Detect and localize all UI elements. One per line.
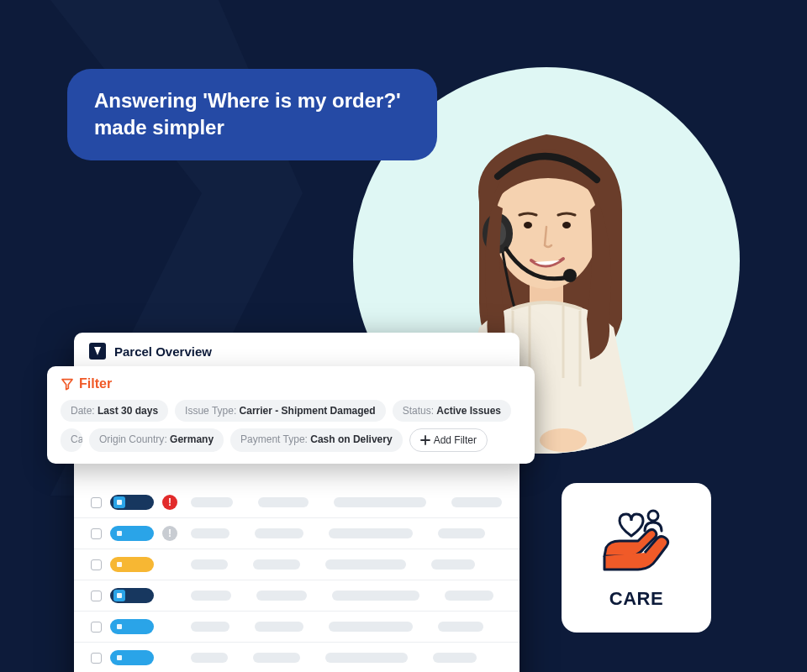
filter-icon bbox=[61, 377, 74, 391]
plus-icon bbox=[420, 435, 430, 445]
badge-icon bbox=[113, 652, 125, 664]
filter-chip[interactable]: Issue Type: Carrier - Shipment Damaged bbox=[175, 400, 386, 422]
svg-point-4 bbox=[524, 222, 532, 228]
skeleton-cell bbox=[191, 591, 231, 601]
badge-icon bbox=[113, 528, 125, 539]
svg-rect-17 bbox=[117, 655, 122, 660]
care-icon bbox=[594, 506, 678, 581]
headline-text: Answering 'Where is my order?' made simp… bbox=[94, 89, 401, 139]
svg-rect-12 bbox=[117, 500, 122, 505]
filter-chip[interactable]: Payment Type: Cash on Delivery bbox=[230, 428, 403, 452]
svg-marker-10 bbox=[94, 347, 101, 355]
svg-rect-13 bbox=[117, 531, 122, 536]
skeleton-cell bbox=[431, 559, 475, 570]
skeleton-cell bbox=[438, 622, 483, 632]
skeleton-cell bbox=[325, 653, 408, 663]
svg-rect-15 bbox=[117, 593, 122, 598]
skeleton-cell bbox=[445, 591, 493, 601]
skeleton-cell bbox=[329, 528, 413, 538]
parcel-overview-panel: Parcel Overview Filter Date: Last 30 day… bbox=[74, 333, 520, 672]
skeleton-cell bbox=[329, 622, 413, 632]
svg-point-9 bbox=[540, 428, 587, 452]
row-checkbox[interactable] bbox=[91, 528, 102, 539]
skeleton-cell bbox=[191, 622, 229, 632]
badge-icon bbox=[113, 590, 125, 601]
skeleton-cell bbox=[191, 653, 228, 663]
skeleton-cell bbox=[256, 591, 307, 601]
row-checkbox[interactable] bbox=[91, 497, 102, 508]
skeleton-cell bbox=[253, 653, 300, 663]
panel-header: Parcel Overview bbox=[74, 333, 520, 368]
skeleton-cell bbox=[191, 528, 229, 538]
filter-chip[interactable]: Status: Active Issues bbox=[393, 400, 511, 422]
table-row[interactable]: ! bbox=[74, 517, 520, 549]
svg-rect-16 bbox=[117, 624, 122, 629]
alert-muted-icon: ! bbox=[162, 526, 177, 541]
headline-pill: Answering 'Where is my order?' made simp… bbox=[67, 69, 437, 160]
skeleton-cell bbox=[438, 528, 485, 538]
row-checkbox[interactable] bbox=[91, 591, 102, 601]
skeleton-cell bbox=[253, 559, 300, 570]
badge-icon bbox=[113, 621, 125, 633]
filter-chip[interactable]: Origin Country: Germany bbox=[89, 428, 224, 452]
skeleton-cell bbox=[255, 622, 303, 632]
skeleton-cell bbox=[334, 497, 426, 507]
skeleton-cell bbox=[451, 497, 502, 507]
svg-point-8 bbox=[563, 269, 577, 282]
svg-point-19 bbox=[648, 511, 658, 521]
table-row[interactable]: ! bbox=[74, 487, 520, 517]
filter-heading: Filter bbox=[61, 376, 521, 391]
svg-point-5 bbox=[562, 222, 571, 228]
skeleton-cell bbox=[258, 497, 309, 507]
svg-rect-14 bbox=[117, 562, 122, 567]
panel-logo-icon bbox=[89, 343, 106, 360]
skeleton-cell bbox=[332, 591, 419, 601]
badge-icon bbox=[113, 496, 125, 508]
svg-marker-11 bbox=[62, 380, 72, 390]
add-filter-label: Add Filter bbox=[434, 434, 477, 446]
table-row[interactable] bbox=[74, 642, 520, 672]
skeleton-cell bbox=[433, 653, 477, 663]
status-badge bbox=[110, 619, 154, 634]
skeleton-cell bbox=[191, 559, 228, 570]
row-checkbox[interactable] bbox=[91, 622, 102, 633]
alert-danger-icon: ! bbox=[162, 495, 177, 510]
row-checkbox[interactable] bbox=[91, 559, 102, 570]
status-badge bbox=[110, 495, 154, 510]
status-badge bbox=[110, 557, 154, 572]
table-row[interactable] bbox=[74, 611, 520, 642]
filter-label-text: Filter bbox=[79, 376, 112, 391]
care-label: CARE bbox=[609, 588, 663, 610]
filter-chip-partial[interactable]: Ca bbox=[61, 428, 82, 452]
skeleton-cell bbox=[191, 497, 233, 507]
parcel-table: !! bbox=[74, 487, 520, 672]
filter-chip[interactable]: Date: Last 30 days bbox=[61, 400, 168, 422]
table-row[interactable] bbox=[74, 580, 520, 611]
care-card: CARE bbox=[562, 483, 711, 633]
skeleton-cell bbox=[255, 528, 303, 538]
table-row[interactable] bbox=[74, 549, 520, 580]
badge-icon bbox=[113, 559, 125, 570]
row-checkbox[interactable] bbox=[91, 653, 102, 664]
status-badge bbox=[110, 650, 154, 665]
status-badge bbox=[110, 588, 154, 603]
status-badge bbox=[110, 526, 154, 541]
panel-title: Parcel Overview bbox=[114, 344, 212, 359]
filter-chip-row: Date: Last 30 days Issue Type: Carrier -… bbox=[61, 400, 521, 452]
filter-card: Filter Date: Last 30 days Issue Type: Ca… bbox=[47, 366, 535, 464]
add-filter-button[interactable]: Add Filter bbox=[409, 428, 488, 452]
skeleton-cell bbox=[325, 559, 406, 570]
